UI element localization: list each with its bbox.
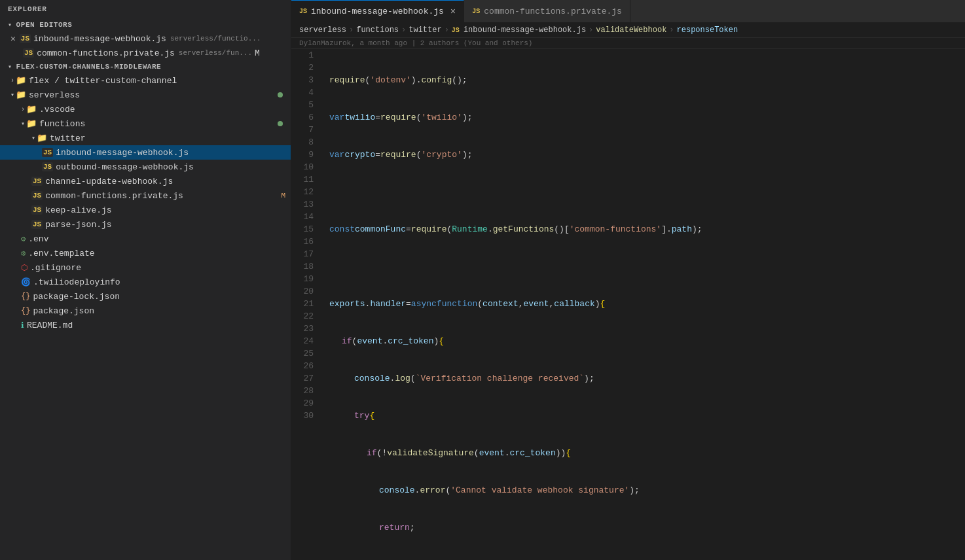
inbound-filename: inbound-message-webhook.js (56, 148, 291, 158)
file-env-template[interactable]: ⚙ .env.template (0, 246, 291, 260)
serverless-dot (278, 92, 283, 97)
gitignore-filename: .gitignore (30, 263, 291, 273)
open-editor-file-1[interactable]: ✕ JS inbound-message-webhook.js serverle… (0, 31, 291, 46)
folder-vscode[interactable]: › 📁 .vscode (0, 102, 291, 116)
bc-sep-4: › (589, 26, 593, 35)
folder-flex-twitter[interactable]: › 📁 flex / twitter-custom-channel (0, 73, 291, 88)
ln-6: 6 (291, 111, 319, 124)
ln-11: 11 (291, 173, 319, 186)
folder-serverless[interactable]: ▾ 📁 serverless (0, 88, 291, 102)
bc-js-tag: JS (452, 27, 460, 34)
ln-15: 15 (291, 223, 319, 236)
folder-twitter[interactable]: ▾ 📁 twitter (0, 131, 291, 145)
code-line-13: return; (329, 521, 965, 534)
file-keep-alive[interactable]: JS keep-alive.js (0, 203, 291, 217)
project-label: FLEX-CUSTOM-CHANNELS-MIDDLEWARE (16, 63, 162, 71)
file-parse-json[interactable]: JS parse-json.js (0, 217, 291, 232)
bc-serverless[interactable]: serverless (299, 26, 346, 35)
open-editor-file-2[interactable]: JS common-functions.private.js serverles… (0, 46, 291, 60)
twitter-folder-icon: 📁 (37, 133, 47, 143)
file-package-json[interactable]: {} package.json (0, 304, 291, 318)
open-editors-section[interactable]: ▾ OPEN EDITORS (0, 18, 291, 31)
file-inbound-webhook[interactable]: JS inbound-message-webhook.js (0, 145, 291, 160)
tab-common-functions[interactable]: JS common-functions.private.js (464, 0, 630, 22)
bc-var[interactable]: responseToken (677, 26, 738, 35)
file-twiliodeployinfo[interactable]: 🌀 .twiliodeployinfo (0, 275, 291, 289)
ln-8: 8 (291, 136, 319, 149)
badge-modified-2: M (255, 48, 260, 58)
close-file-1-icon[interactable]: ✕ (10, 33, 16, 44)
open-editor-path-2: serverless/fun... (179, 49, 252, 57)
line-numbers: 1 2 3 4 5 6 7 8 9 10 11 12 13 14 15 16 1… (291, 49, 324, 560)
code-line-6 (329, 260, 965, 273)
env-template-icon: ⚙ (21, 249, 26, 258)
functions-dot (278, 121, 283, 126)
folder-functions[interactable]: ▾ 📁 functions (0, 116, 291, 131)
folder-name: flex / twitter-custom-channel (29, 76, 291, 86)
main-content: JS inbound-message-webhook.js × JS commo… (291, 0, 965, 560)
code-line-10: try { (329, 410, 965, 422)
js-icon-1: JS (20, 34, 31, 43)
tab-inbound[interactable]: JS inbound-message-webhook.js × (291, 0, 464, 22)
code-line-12: console.error('Cannot validate webhook s… (329, 484, 965, 497)
common-functions-filename: common-functions.private.js (45, 191, 281, 201)
ln-26: 26 (291, 360, 319, 372)
vscode-chevron: › (21, 106, 25, 113)
parse-json-filename: parse-json.js (45, 220, 291, 230)
ln-21: 21 (291, 298, 319, 310)
bc-function[interactable]: validateWebhook (596, 26, 666, 35)
js-icon-2: JS (23, 48, 34, 58)
code-area: 1 2 3 4 5 6 7 8 9 10 11 12 13 14 15 16 1… (291, 49, 965, 560)
twitter-name: twitter (50, 133, 291, 143)
bc-sep-2: › (401, 26, 406, 35)
ln-13: 13 (291, 198, 319, 211)
ln-10: 10 (291, 161, 319, 173)
readme-icon: ℹ (21, 321, 24, 330)
bc-functions[interactable]: functions (356, 26, 399, 35)
ln-7: 7 (291, 124, 319, 136)
code-line-5: const commonFunc = require(Runtime.getFu… (329, 223, 965, 236)
ln-4: 4 (291, 86, 319, 99)
ln-18: 18 (291, 260, 319, 273)
sidebar-title: EXPLORER (0, 0, 291, 18)
file-gitignore[interactable]: ⬡ .gitignore (0, 260, 291, 275)
vscode-name: .vscode (39, 105, 291, 114)
tab-inbound-close[interactable]: × (450, 7, 456, 17)
sidebar: EXPLORER ▾ OPEN EDITORS ✕ JS inbound-mes… (0, 0, 291, 560)
code-line-7: exports.handler = async function (contex… (329, 298, 965, 310)
ln-22: 22 (291, 310, 319, 323)
ln-20: 20 (291, 285, 319, 298)
common-functions-badge: M (281, 192, 285, 200)
ln-2: 2 (291, 61, 319, 74)
functions-chevron: ▾ (21, 120, 25, 128)
code-line-4 (329, 186, 965, 198)
git-blame-text: DylanMazurok, a month ago | 2 authors (Y… (299, 39, 532, 47)
code-line-11: if (!validateSignature(event.crc_token))… (329, 447, 965, 459)
ln-9: 9 (291, 149, 319, 161)
file-package-lock[interactable]: {} package-lock.json (0, 289, 291, 304)
file-readme[interactable]: ℹ README.md (0, 318, 291, 332)
project-section[interactable]: ▾ FLEX-CUSTOM-CHANNELS-MIDDLEWARE (0, 60, 291, 73)
twitter-chevron: ▾ (31, 134, 35, 142)
tab-bar: JS inbound-message-webhook.js × JS commo… (291, 0, 965, 23)
ln-25: 25 (291, 347, 319, 360)
open-editors-chevron: ▾ (8, 21, 12, 29)
ln-14: 14 (291, 211, 319, 223)
file-channel-update[interactable]: JS channel-update-webhook.js (0, 174, 291, 188)
file-common-functions[interactable]: JS common-functions.private.js M (0, 188, 291, 203)
file-env[interactable]: ⚙ .env (0, 232, 291, 246)
ln-19: 19 (291, 273, 319, 285)
ln-29: 29 (291, 397, 319, 410)
code-content[interactable]: require('dotenv').config(); var twilio =… (324, 49, 965, 560)
tab-inbound-label: inbound-message-webhook.js (311, 7, 444, 16)
bc-filename[interactable]: inbound-message-webhook.js (464, 26, 586, 35)
ln-23: 23 (291, 323, 319, 335)
open-editor-filename-1: inbound-message-webhook.js (33, 34, 166, 44)
functions-name: functions (39, 119, 291, 129)
parse-json-js-icon: JS (31, 220, 43, 229)
ln-24: 24 (291, 335, 319, 347)
ln-1: 1 (291, 49, 319, 61)
twiliodeployinfo-filename: .twiliodeployinfo (33, 277, 291, 287)
file-outbound-webhook[interactable]: JS outbound-message-webhook.js (0, 160, 291, 174)
bc-twitter[interactable]: twitter (409, 26, 441, 35)
